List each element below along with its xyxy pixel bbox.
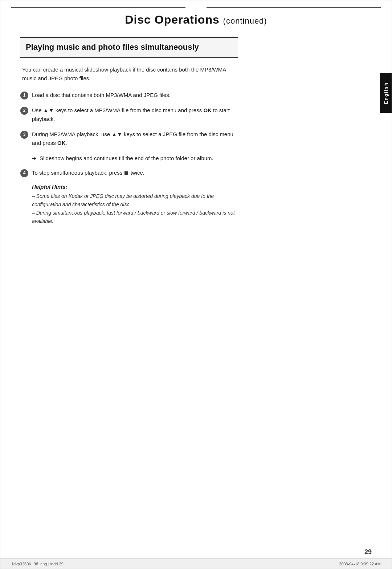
footer-timestamp: 2008-04-18 9:39:22 AM	[339, 562, 381, 566]
step-1-number: 1	[20, 92, 28, 99]
step-4-content: To stop simultaneous playback, press twi…	[32, 168, 238, 177]
title-continued: (continued)	[223, 16, 267, 25]
page-title: Disc Operations (continued)	[0, 13, 392, 27]
step-3-sub: ➜ Slideshow begins and continues till th…	[32, 154, 238, 163]
step-2-content: Use ▲▼ keys to select a MP3/WMA file fro…	[32, 106, 238, 123]
section-header: Playing music and photo files simultaneo…	[20, 37, 238, 58]
step-1-content: Load a disc that contains both MP3/WMA a…	[32, 91, 238, 99]
intro-text: You can create a musical slideshow playb…	[20, 65, 238, 83]
step-3-sub-text: Slideshow begins and continues till the …	[40, 154, 213, 163]
stop-square-icon	[124, 171, 128, 175]
top-border-right	[207, 7, 381, 8]
page-container: Disc Operations (continued) English Play…	[0, 0, 392, 569]
helpful-hints-title: Helpful Hints:	[32, 184, 238, 190]
title-main: Disc Operations	[125, 13, 219, 26]
step-4: 4 To stop simultaneous playback, press t…	[20, 168, 238, 177]
section-title: Playing music and photo files simultaneo…	[26, 42, 233, 53]
page-number: 29	[364, 548, 372, 556]
helpful-hints-text-2: – During simultaneous playback, fast for…	[32, 209, 238, 225]
step-4-number: 4	[20, 169, 28, 177]
helpful-hints: Helpful Hints: – Some files on Kodak or …	[20, 184, 238, 225]
step-3: 3 During MP3/WMA playback, use ▲▼ keys t…	[20, 130, 238, 147]
step-3-number: 3	[20, 131, 28, 139]
step-1: 1 Load a disc that contains both MP3/WMA…	[20, 91, 238, 99]
footer-bar: 1dvp3260K_98_eng1.indd 29 2008-04-18 9:3…	[0, 558, 392, 569]
footer-filename: 1dvp3260K_98_eng1.indd 29	[11, 562, 64, 566]
english-tab: English	[380, 73, 392, 113]
top-border-left	[11, 7, 185, 8]
content-area: Playing music and photo files simultaneo…	[20, 37, 238, 225]
helpful-hints-text-1: – Some files on Kodak or JPEG disc may b…	[32, 192, 238, 209]
step-3-content: During MP3/WMA playback, use ▲▼ keys to …	[32, 130, 238, 147]
step-2-number: 2	[20, 107, 28, 115]
step-2: 2 Use ▲▼ keys to select a MP3/WMA file f…	[20, 106, 238, 123]
arrow-icon: ➜	[32, 154, 37, 163]
english-tab-label: English	[383, 82, 389, 104]
